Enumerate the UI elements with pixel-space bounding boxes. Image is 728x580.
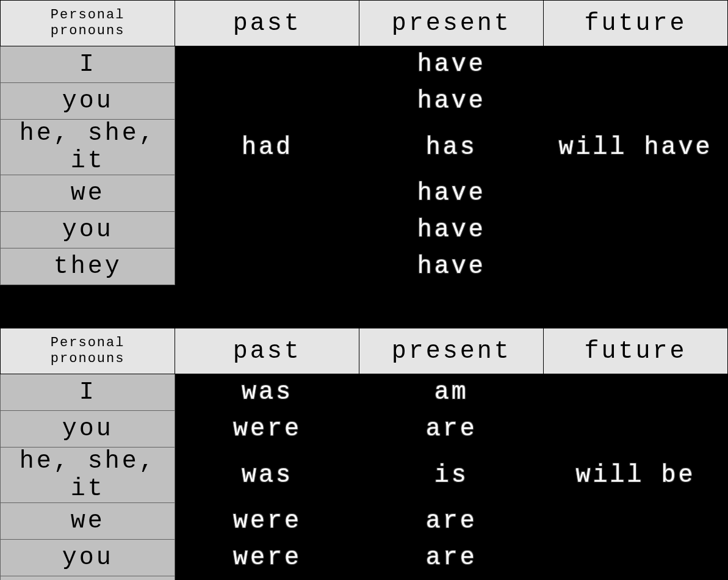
header-present: present bbox=[359, 328, 544, 374]
future-cell bbox=[544, 175, 728, 212]
present-cell: have bbox=[359, 212, 544, 248]
header-past: past bbox=[175, 328, 359, 374]
past-cell: had bbox=[175, 120, 359, 175]
pronoun-cell: you bbox=[1, 540, 175, 576]
conjugation-table-have: Personalpronouns past present future I h… bbox=[0, 0, 728, 285]
table-row: you have bbox=[1, 83, 728, 120]
past-cell: was bbox=[175, 448, 359, 503]
future-cell bbox=[544, 411, 728, 448]
header-future: future bbox=[544, 1, 728, 46]
table-separator bbox=[0, 285, 728, 328]
future-cell bbox=[544, 46, 728, 83]
pronoun-cell: you bbox=[1, 83, 175, 120]
header-present: present bbox=[359, 1, 544, 46]
past-cell: were bbox=[175, 540, 359, 576]
table-row: you were are bbox=[1, 540, 728, 576]
header-pronouns: Personalpronouns bbox=[1, 1, 175, 46]
future-cell bbox=[544, 576, 728, 581]
table-header-row: Personalpronouns past present future bbox=[1, 328, 728, 374]
table-row: we have bbox=[1, 175, 728, 212]
present-cell: are bbox=[359, 503, 544, 540]
pronoun-cell: he, she, it bbox=[1, 120, 175, 175]
future-cell bbox=[544, 374, 728, 411]
past-cell bbox=[175, 212, 359, 248]
header-pronouns: Personalpronouns bbox=[1, 328, 175, 374]
header-future: future bbox=[544, 328, 728, 374]
past-cell: were bbox=[175, 503, 359, 540]
past-cell: was bbox=[175, 374, 359, 411]
table-row: you have bbox=[1, 212, 728, 248]
pronoun-cell: they bbox=[1, 248, 175, 285]
past-cell: were bbox=[175, 576, 359, 581]
past-cell bbox=[175, 175, 359, 212]
table-row: they have bbox=[1, 248, 728, 285]
table-row: he, she, it had has will have bbox=[1, 120, 728, 175]
present-cell: has bbox=[359, 120, 544, 175]
header-past: past bbox=[175, 1, 359, 46]
present-cell: am bbox=[359, 374, 544, 411]
verb-conjugation-tables: Personalpronouns past present future I h… bbox=[0, 0, 728, 580]
pronoun-cell: I bbox=[1, 374, 175, 411]
future-cell: will be bbox=[544, 448, 728, 503]
present-cell: have bbox=[359, 175, 544, 212]
pronoun-cell: we bbox=[1, 503, 175, 540]
future-cell bbox=[544, 503, 728, 540]
present-cell: is bbox=[359, 448, 544, 503]
table-row: he, she, it was is will be bbox=[1, 448, 728, 503]
pronoun-cell: I bbox=[1, 46, 175, 83]
future-cell bbox=[544, 83, 728, 120]
future-cell: will have bbox=[544, 120, 728, 175]
table-row: you were are bbox=[1, 411, 728, 448]
past-cell bbox=[175, 83, 359, 120]
pronoun-cell: you bbox=[1, 411, 175, 448]
conjugation-table-be: Personalpronouns past present future I w… bbox=[0, 328, 728, 580]
present-cell: are bbox=[359, 411, 544, 448]
future-cell bbox=[544, 540, 728, 576]
pronoun-cell: he, she, it bbox=[1, 448, 175, 503]
pronoun-cell: you bbox=[1, 212, 175, 248]
present-cell: have bbox=[359, 248, 544, 285]
present-cell: are bbox=[359, 576, 544, 581]
table-row: they were are bbox=[1, 576, 728, 581]
future-cell bbox=[544, 212, 728, 248]
past-cell bbox=[175, 46, 359, 83]
table-row: we were are bbox=[1, 503, 728, 540]
present-cell: have bbox=[359, 46, 544, 83]
pronoun-cell: they bbox=[1, 576, 175, 581]
past-cell: were bbox=[175, 411, 359, 448]
future-cell bbox=[544, 248, 728, 285]
pronoun-cell: we bbox=[1, 175, 175, 212]
table-header-row: Personalpronouns past present future bbox=[1, 1, 728, 46]
present-cell: are bbox=[359, 540, 544, 576]
table-row: I was am bbox=[1, 374, 728, 411]
table-row: I have bbox=[1, 46, 728, 83]
past-cell bbox=[175, 248, 359, 285]
present-cell: have bbox=[359, 83, 544, 120]
